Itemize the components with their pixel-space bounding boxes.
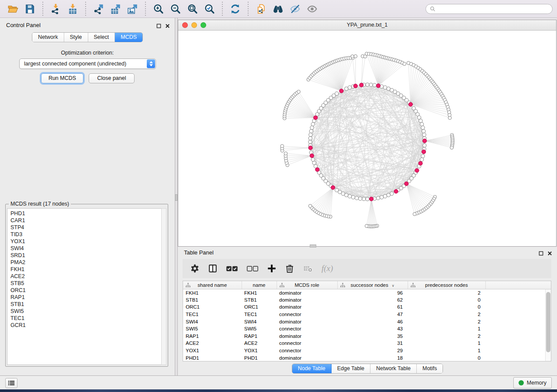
mcds-result-item[interactable]: ACE2	[10, 273, 166, 280]
close-panel-button[interactable]	[165, 22, 170, 27]
apply-layout-button[interactable]	[228, 2, 242, 16]
zoom-selected-icon	[204, 3, 215, 14]
mcds-result-item[interactable]: STB1	[10, 301, 166, 308]
table-row[interactable]: PHD1PHD1dominator180	[183, 354, 551, 361]
column-header-name[interactable]: name	[242, 281, 277, 289]
column-header-mcds-role[interactable]: MCDS role	[277, 281, 337, 289]
table-row[interactable]: RAP1RAP1dominator352	[183, 333, 551, 340]
table-row[interactable]: ACE2ACE2connector311	[183, 340, 551, 347]
table-scrollbar[interactable]	[545, 289, 551, 361]
mcds-result-item[interactable]: STP4	[10, 224, 166, 231]
tab-motifs[interactable]: Motifs	[417, 364, 443, 373]
export-image-button[interactable]	[125, 2, 140, 16]
table-row[interactable]: FKH1FKH1dominator962	[183, 289, 551, 296]
tab-network-table[interactable]: Network Table	[370, 364, 417, 373]
table-row[interactable]: ORC1ORC1dominator610	[183, 303, 551, 311]
mcds-result-item[interactable]: RAP1	[10, 294, 166, 301]
mcds-result-item[interactable]: TEC1	[10, 315, 166, 322]
deselect-all-button[interactable]	[246, 263, 259, 274]
table-cell: 1	[408, 325, 485, 333]
table-cell	[485, 340, 551, 347]
horizontal-splitter-grip[interactable]	[310, 244, 316, 248]
network-canvas[interactable]	[178, 31, 556, 246]
export-table-button[interactable]	[108, 2, 123, 16]
columns-icon	[208, 264, 218, 273]
table-row[interactable]: STB1STB1dominator620	[183, 296, 551, 304]
mcds-list-scrollbar[interactable]	[161, 208, 166, 365]
window-close-button[interactable]	[182, 22, 188, 28]
column-header-predecessor-nodes[interactable]: predecessor nodes	[408, 281, 485, 289]
export-network-button[interactable]	[91, 2, 106, 16]
table-cell: STB1	[183, 296, 242, 304]
column-header-shared-name[interactable]: shared name	[183, 281, 242, 289]
tab-edge-table[interactable]: Edge Table	[332, 364, 370, 373]
run-mcds-button[interactable]: Run MCDS	[41, 73, 83, 83]
open-file-button[interactable]	[6, 2, 20, 16]
delete-table-button-disabled	[303, 263, 313, 274]
toolbar-separator	[248, 2, 249, 16]
column-header-successor-nodes[interactable]: successor nodes∨	[337, 281, 408, 289]
search-input[interactable]	[438, 6, 548, 12]
mcds-result-item[interactable]: PMA2	[10, 259, 166, 266]
zoom-selected-button[interactable]	[202, 2, 217, 16]
tab-mcds[interactable]: MCDS	[115, 33, 142, 42]
mcds-result-item[interactable]: CAR1	[10, 217, 166, 224]
mcds-result-item[interactable]: GCR1	[10, 322, 166, 329]
network-window-titlebar[interactable]: YPA_prune.txt_1	[178, 20, 556, 31]
mcds-result-item[interactable]: STB5	[10, 280, 166, 287]
search-box[interactable]	[426, 4, 553, 14]
close-panel-action-button[interactable]: Close panel	[89, 73, 135, 83]
delete-column-button[interactable]	[285, 263, 294, 274]
mcds-result-item[interactable]: FKH1	[10, 266, 166, 273]
tab-select[interactable]: Select	[88, 33, 115, 42]
table-row[interactable]: SWI5SWI5connector431	[183, 325, 551, 333]
save-session-button[interactable]	[23, 2, 37, 16]
close-table-panel-button[interactable]	[547, 250, 552, 254]
memory-button[interactable]: Memory	[513, 377, 552, 389]
hide-selected-button[interactable]	[288, 2, 302, 16]
add-column-button[interactable]	[267, 263, 277, 274]
table-cell: ACE2	[242, 340, 277, 347]
optimization-criterion-dropdown[interactable]: largest connected component (undirected)	[19, 58, 156, 69]
save-icon	[24, 3, 35, 14]
first-neighbors-button[interactable]	[271, 2, 285, 16]
show-all-button[interactable]	[305, 2, 319, 16]
mcds-result-item[interactable]: ORC1	[10, 287, 166, 294]
select-all-button[interactable]	[226, 263, 238, 274]
control-tabs: NetworkStyleSelectMCDS	[32, 32, 143, 42]
show-columns-button[interactable]	[208, 263, 218, 274]
table-cell: TEC1	[183, 311, 242, 318]
network-from-selection-button[interactable]	[254, 2, 268, 16]
zoom-fit-button[interactable]	[185, 2, 200, 16]
table-cell: 47	[337, 311, 408, 318]
refresh-icon	[230, 3, 241, 14]
mcds-result-item[interactable]: YOX1	[10, 238, 166, 245]
table-row[interactable]: SWI4SWI4dominator462	[183, 318, 551, 325]
table-row[interactable]: YOX1YOX1connector291	[183, 347, 551, 354]
import-table-button[interactable]	[66, 2, 80, 16]
zoom-out-button[interactable]	[168, 2, 183, 16]
table-row[interactable]: TEC1TEC1connector472	[183, 311, 551, 318]
mcds-result-item[interactable]: SWI5	[10, 308, 166, 315]
tab-style[interactable]: Style	[64, 33, 88, 42]
table-scrollbar-thumb[interactable]	[546, 292, 550, 352]
mcds-result-item[interactable]: SWI4	[10, 245, 166, 252]
mcds-result-item[interactable]: PHD1	[10, 210, 166, 217]
tab-node-table[interactable]: Node Table	[292, 364, 332, 373]
window-minimize-button[interactable]	[191, 22, 197, 28]
mcds-result-item[interactable]: TID3	[10, 231, 166, 238]
tab-network[interactable]: Network	[32, 33, 64, 42]
table-cell: 18	[337, 354, 408, 361]
table-settings-button[interactable]	[190, 263, 200, 274]
float-table-panel-button[interactable]	[539, 250, 543, 254]
splitter-grip[interactable]	[175, 194, 177, 201]
mcds-result-item[interactable]: SRD1	[10, 252, 166, 259]
vertical-splitter[interactable]	[175, 18, 178, 375]
table-cell	[485, 325, 551, 333]
window-maximize-button[interactable]	[201, 22, 206, 28]
float-panel-button[interactable]	[156, 22, 161, 27]
import-network-icon	[50, 3, 61, 14]
task-history-button[interactable]	[5, 378, 17, 388]
zoom-in-button[interactable]	[151, 2, 166, 16]
import-network-button[interactable]	[48, 2, 63, 16]
